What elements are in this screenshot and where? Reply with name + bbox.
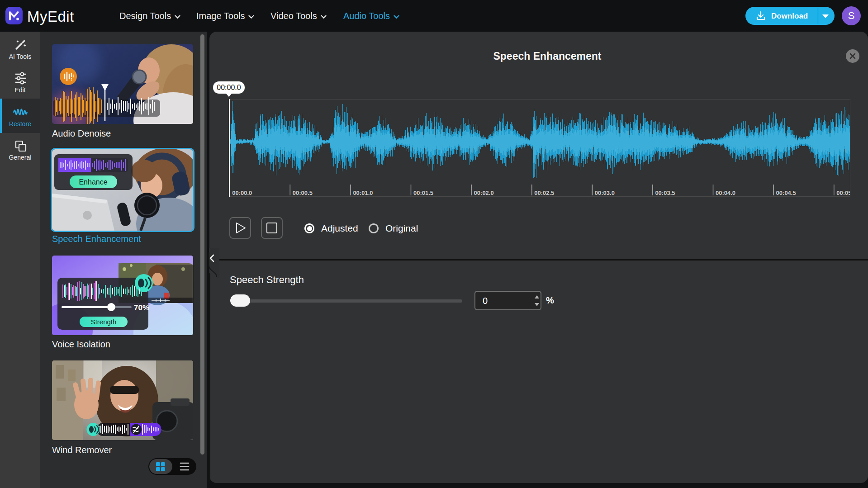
svg-text:70%: 70%: [134, 303, 149, 312]
svg-text:00:04.0: 00:04.0: [716, 190, 735, 196]
svg-text:00:02.5: 00:02.5: [534, 190, 554, 196]
svg-text:Enhance: Enhance: [79, 178, 107, 186]
svg-text:00:04.5: 00:04.5: [776, 190, 796, 196]
svg-text:00:01.0: 00:01.0: [353, 190, 373, 196]
svg-text:00:00.0: 00:00.0: [232, 190, 252, 196]
svg-text:00:03.5: 00:03.5: [655, 190, 675, 196]
svg-text:00:03.0: 00:03.0: [595, 190, 615, 196]
svg-text:00:00.5: 00:00.5: [293, 190, 313, 196]
svg-text:00:02.0: 00:02.0: [474, 190, 494, 196]
svg-text:00:05.0: 00:05.0: [836, 190, 850, 196]
svg-text:00:01.5: 00:01.5: [413, 190, 433, 196]
svg-text:Strength: Strength: [91, 318, 117, 326]
